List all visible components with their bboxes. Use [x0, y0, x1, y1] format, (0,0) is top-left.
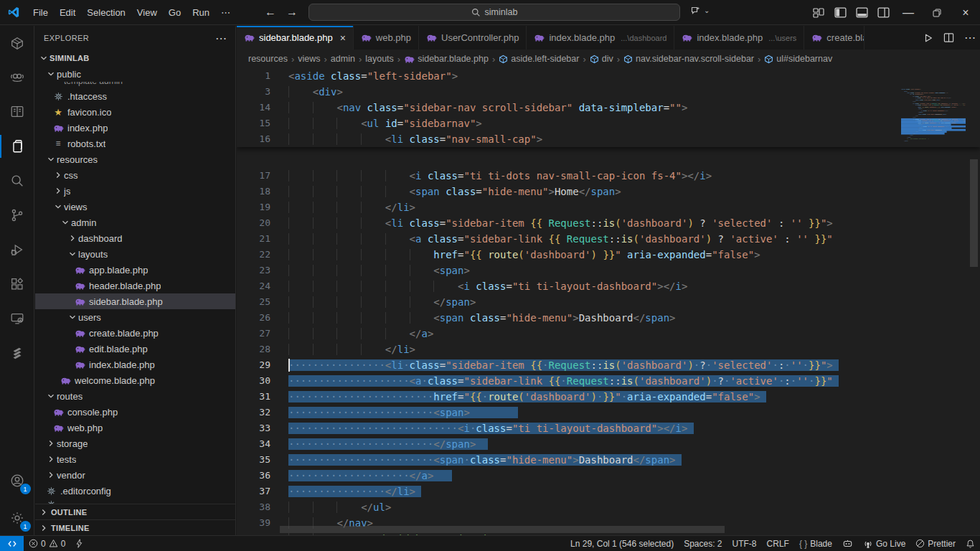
- tree-item-create.blade.php[interactable]: create.blade.php: [35, 325, 236, 341]
- close-window-button[interactable]: ×: [951, 0, 980, 25]
- code-line-36[interactable]: 36····················</a>: [237, 468, 452, 484]
- breadcrumb-sidebar-blade-php[interactable]: sidebar.blade.php: [404, 54, 489, 64]
- notifications-status[interactable]: [961, 536, 980, 551]
- language-mode-status[interactable]: { }Blade: [794, 536, 837, 551]
- activity-search-icon[interactable]: [0, 164, 34, 198]
- tree-item-index.blade.php[interactable]: index.blade.php: [35, 357, 236, 372]
- restore-button[interactable]: [923, 0, 951, 25]
- tree-item-routes[interactable]: routes: [35, 388, 236, 404]
- tab-create.blade.php[interactable]: create.blade.php: [804, 26, 864, 50]
- tree-item-favicon.ico[interactable]: ★favicon.ico: [35, 104, 236, 120]
- explorer-more-actions[interactable]: ⋯: [215, 32, 227, 45]
- activity-source-control-icon[interactable]: [0, 198, 34, 232]
- customize-layout-icon[interactable]: [808, 3, 829, 23]
- breadcrumb-layouts[interactable]: layouts: [365, 54, 394, 64]
- vertical-scrollbar[interactable]: [970, 159, 978, 267]
- tree-item-dashboard[interactable]: dashboard: [35, 230, 236, 246]
- sticky-line-1[interactable]: 1<aside class="left-sidebar">: [237, 68, 980, 84]
- tree-item-views[interactable]: views: [35, 199, 236, 215]
- cursor-position-status[interactable]: Ln 29, Col 1 (546 selected): [565, 536, 679, 551]
- breadcrumb-admin[interactable]: admin: [331, 54, 355, 64]
- toggle-panel-icon[interactable]: [851, 3, 872, 23]
- section-outline[interactable]: OUTLINE: [35, 504, 236, 519]
- tab-index.blade.php-users[interactable]: index.blade.php...\users: [674, 26, 804, 50]
- toggle-primary-sidebar-icon[interactable]: [829, 3, 851, 23]
- tree-item-robots.txt[interactable]: ≡robots.txt: [35, 136, 236, 151]
- code-line-19[interactable]: 19 </li>: [237, 199, 415, 215]
- code-line-24[interactable]: 24 <i class="ti ti-layout-dashboard"></i…: [237, 278, 687, 294]
- tree-item-template-admin[interactable]: template admin: [35, 82, 236, 88]
- activity-s-logo-icon[interactable]: [0, 336, 34, 370]
- back-arrow-icon[interactable]: ←: [265, 6, 276, 19]
- command-center[interactable]: siminlab: [308, 4, 680, 21]
- thunder-client-status[interactable]: [70, 536, 88, 551]
- code-line-29[interactable]: 29················<li·class="sidebar-ite…: [237, 357, 839, 373]
- code-line-28[interactable]: 28 </li>: [237, 342, 415, 357]
- tree-item-header.blade.php[interactable]: header.blade.php: [35, 278, 236, 293]
- tree-item-welcome.blade.php[interactable]: welcome.blade.php: [35, 372, 236, 388]
- activity-package-icon[interactable]: [0, 26, 34, 60]
- sticky-line-3[interactable]: 3 <div>: [237, 84, 980, 100]
- menu-run[interactable]: Run: [187, 5, 215, 20]
- sticky-line-16[interactable]: 16 <li class="nav-small-cap">: [237, 131, 980, 147]
- tree-item-index.php[interactable]: index.php: [35, 120, 236, 136]
- activity-book-icon[interactable]: [0, 95, 34, 129]
- code-line-31[interactable]: 31························href="{{·route…: [237, 389, 766, 405]
- code-line-23[interactable]: 23 <span>: [237, 263, 470, 278]
- code-line-35[interactable]: 35························<span·class="h…: [237, 452, 682, 468]
- code-line-30[interactable]: 30····················<a·class="sidebar-…: [237, 373, 839, 389]
- code-editor[interactable]: 17 <i class="ti ti-dots nav-small-cap-ic…: [237, 68, 980, 535]
- code-line-22[interactable]: 22 href="{{ route('dashboard') }}" aria-…: [237, 247, 760, 263]
- breadcrumb-nav-sidebar-nav-scroll-sidebar[interactable]: nav.sidebar-nav.scroll-sidebar: [623, 54, 754, 64]
- code-line-34[interactable]: 34························</span>: [237, 436, 488, 452]
- code-line-20[interactable]: 20 <li class="sidebar-item {{ Request::i…: [237, 215, 833, 231]
- tree-item-admin[interactable]: admin: [35, 215, 236, 230]
- tab-usercontroller.php[interactable]: UserController.php: [419, 26, 527, 50]
- eol-status[interactable]: CRLF: [762, 536, 794, 551]
- sticky-line-15[interactable]: 15 <ul id="sidebarnav">: [237, 116, 980, 131]
- tree-item-public[interactable]: public: [35, 66, 236, 82]
- tree-root-siminlab[interactable]: SIMINLAB: [35, 50, 236, 66]
- prettier-status[interactable]: Prettier: [910, 536, 961, 551]
- activity-remote-explorer-icon[interactable]: [0, 301, 34, 336]
- close-tab-icon[interactable]: ×: [340, 32, 346, 44]
- menu-file[interactable]: File: [27, 5, 54, 20]
- menu-view[interactable]: View: [131, 5, 163, 20]
- section-timeline[interactable]: TIMELINE: [35, 519, 236, 535]
- menu-edit[interactable]: Edit: [54, 5, 81, 20]
- tree-item-css[interactable]: css: [35, 167, 236, 183]
- breadcrumb-div[interactable]: div: [590, 54, 613, 64]
- code-line-21[interactable]: 21 <a class="sidebar-link {{ Request::is…: [237, 231, 833, 247]
- code-line-33[interactable]: 33····························<i·class="…: [237, 420, 694, 436]
- remote-indicator[interactable]: [0, 536, 24, 551]
- tree-item-web.php[interactable]: web.php: [35, 420, 236, 435]
- tree-item-.editorconfig[interactable]: .editorconfig: [35, 483, 236, 499]
- more-actions-button[interactable]: ⋯: [964, 31, 976, 44]
- code-line-17[interactable]: 17 <i class="ti ti-dots nav-small-cap-ic…: [237, 168, 712, 184]
- tab-sidebar.blade.php[interactable]: sidebar.blade.php×: [237, 26, 354, 50]
- activity-extensions-icon[interactable]: [0, 267, 34, 301]
- tab-index.blade.php-dashboard[interactable]: index.blade.php...\dashboard: [527, 26, 674, 50]
- tree-item-storage[interactable]: storage: [35, 435, 236, 451]
- activity-run-debug-icon[interactable]: [0, 232, 34, 267]
- code-line-26[interactable]: 26 <span class="hide-menu">Dashboard</sp…: [237, 310, 676, 326]
- code-line-32[interactable]: 32························<span>: [237, 405, 518, 420]
- go-live-status[interactable]: Go Live: [858, 536, 910, 551]
- tree-item-sidebar.blade.php[interactable]: sidebar.blade.php: [35, 293, 236, 309]
- activity-sync-face-icon[interactable]: [0, 60, 34, 95]
- activity-explorer-icon[interactable]: [0, 129, 34, 164]
- breadcrumb-resources[interactable]: resources: [248, 54, 288, 64]
- menu-go[interactable]: Go: [163, 5, 187, 20]
- code-line-38[interactable]: 38 </ul>: [237, 499, 391, 515]
- code-line-37[interactable]: 37················</li>: [237, 484, 421, 499]
- tree-item-layouts[interactable]: layouts: [35, 246, 236, 262]
- copilot-status[interactable]: [837, 536, 858, 551]
- tree-item-partial[interactable]: [35, 499, 236, 504]
- breadcrumb-ul-sidebarnav[interactable]: ul#sidebarnav: [764, 54, 832, 64]
- forward-arrow-icon[interactable]: →: [286, 6, 298, 19]
- indentation-status[interactable]: Spaces: 2: [679, 536, 727, 551]
- problems-status[interactable]: 0 0: [24, 536, 70, 551]
- run-button[interactable]: [923, 33, 933, 43]
- tree-item-vendor[interactable]: vendor: [35, 467, 236, 483]
- tree-item-resources[interactable]: resources: [35, 151, 236, 167]
